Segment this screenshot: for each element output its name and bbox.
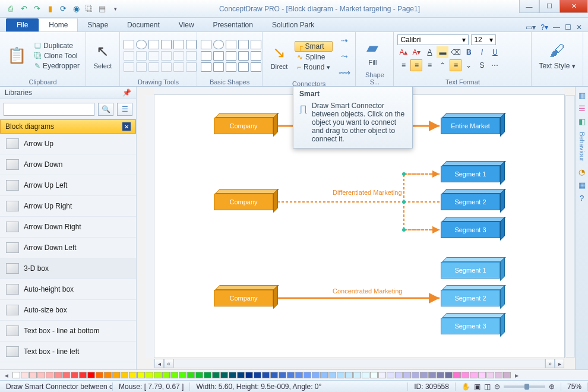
tab-home[interactable]: Home: [39, 18, 78, 31]
tab-solution-park[interactable]: Solution Park: [263, 18, 324, 31]
undo-icon[interactable]: ↶: [19, 4, 29, 14]
color-swatch[interactable]: [71, 372, 78, 378]
color-swatch[interactable]: [104, 372, 112, 378]
color-swatch[interactable]: [245, 372, 253, 378]
close-button[interactable]: ✕: [559, 0, 588, 13]
select-button[interactable]: ↖Select: [90, 41, 116, 71]
eyedropper-button[interactable]: ✎Eyedropper: [32, 61, 82, 71]
refresh-icon[interactable]: ⟳: [58, 4, 68, 14]
segment-2a-box[interactable]: Segment 1: [441, 262, 500, 279]
color-swatch[interactable]: [403, 372, 411, 378]
rb-icon-2[interactable]: ☰: [577, 103, 587, 113]
rb-icon-5[interactable]: ▦: [577, 181, 587, 190]
globe-icon[interactable]: ◉: [71, 4, 81, 14]
more-fmt-button[interactable]: ⋯: [489, 59, 501, 71]
segment-1c-box[interactable]: Segment 3: [441, 222, 500, 238]
lib-item-arrow-up-left[interactable]: Arrow Up Left: [0, 175, 136, 196]
library-search-input[interactable]: [4, 103, 94, 116]
color-swatch[interactable]: [345, 372, 353, 378]
close-category-icon[interactable]: ✕: [122, 122, 131, 131]
pin-icon[interactable]: 📌: [122, 88, 131, 97]
rb-icon-4[interactable]: ◔: [577, 167, 587, 177]
highlight-button[interactable]: ▬: [437, 46, 448, 58]
color-swatch[interactable]: [395, 372, 403, 378]
box-icon[interactable]: ▮: [45, 4, 55, 14]
smart-connector-button[interactable]: ┌Smart: [295, 41, 333, 52]
fit-page-icon[interactable]: ◫: [484, 382, 491, 391]
color-swatch[interactable]: [21, 372, 29, 378]
search-button[interactable]: 🔍: [98, 103, 113, 116]
behaviour-tab[interactable]: Behaviour: [578, 129, 586, 164]
color-swatch[interactable]: [420, 372, 428, 378]
font-size-combo[interactable]: 12▾: [471, 34, 496, 45]
color-swatch[interactable]: [495, 372, 502, 378]
color-swatch[interactable]: [470, 372, 478, 378]
color-swatch[interactable]: [212, 372, 220, 378]
italic-button[interactable]: I: [476, 46, 488, 58]
page-prev-icon[interactable]: «: [164, 359, 173, 368]
color-swatch[interactable]: [362, 372, 369, 378]
color-swatch[interactable]: [312, 372, 320, 378]
tab-presentation[interactable]: Presentation: [204, 18, 263, 31]
connector-opt2-icon[interactable]: ⤳: [337, 49, 352, 64]
minimize-button[interactable]: —: [519, 0, 539, 13]
vertical-scrollbar[interactable]: [565, 95, 575, 358]
rb-help-icon[interactable]: ?: [577, 194, 587, 203]
color-swatch[interactable]: [445, 372, 453, 378]
company-box-3[interactable]: Company: [214, 290, 273, 306]
color-swatch[interactable]: [378, 372, 386, 378]
help-icon[interactable]: ?▾: [540, 23, 548, 31]
drawing-tool-grid[interactable]: [124, 40, 197, 72]
lib-item-3d-box[interactable]: 3-D box: [0, 258, 136, 279]
zoom-out-icon[interactable]: ⊖: [494, 382, 500, 391]
pan-icon[interactable]: ✋: [461, 382, 470, 391]
color-swatch[interactable]: [287, 372, 295, 378]
paste-icon[interactable]: ▤: [97, 4, 107, 14]
redo-icon[interactable]: ↷: [32, 4, 42, 14]
color-swatch[interactable]: [37, 372, 45, 378]
doc-close-icon[interactable]: ✕: [576, 23, 582, 31]
color-swatch[interactable]: [137, 372, 145, 378]
color-swatch[interactable]: [179, 372, 186, 378]
color-swatch[interactable]: [295, 372, 303, 378]
lib-item-auto-height[interactable]: Auto-height box: [0, 279, 136, 300]
connector-opt1-icon[interactable]: ⇢: [337, 33, 352, 48]
color-swatch[interactable]: [328, 372, 336, 378]
color-swatch[interactable]: [187, 372, 195, 378]
color-swatch[interactable]: [62, 372, 70, 378]
color-swatch[interactable]: [195, 372, 203, 378]
doc-minimize-icon[interactable]: —: [553, 23, 560, 31]
direct-connector-button[interactable]: ↘Direct: [266, 42, 292, 71]
align-middle-button[interactable]: ≡: [450, 59, 461, 71]
color-swatch[interactable]: [503, 372, 511, 378]
save-icon[interactable]: ⎙: [6, 4, 15, 14]
doc-restore-icon[interactable]: ☐: [565, 23, 571, 31]
segment-1a-box[interactable]: Segment 1: [441, 166, 500, 182]
color-swatch[interactable]: [87, 372, 95, 378]
font-color-button[interactable]: A: [423, 46, 435, 58]
file-tab[interactable]: File: [6, 18, 39, 31]
color-swatch[interactable]: [337, 372, 344, 378]
color-swatch[interactable]: [229, 372, 236, 378]
spline-connector-button[interactable]: ∿Spline: [295, 52, 333, 62]
palette-left-icon[interactable]: ◂: [5, 371, 12, 380]
text-style-button[interactable]: 🖌Text Style ▾: [535, 40, 578, 71]
color-swatch[interactable]: [370, 372, 378, 378]
status-zoom[interactable]: 75%: [561, 382, 588, 391]
company-box-1[interactable]: Company: [214, 118, 273, 134]
color-swatch[interactable]: [12, 372, 20, 378]
clear-format-button[interactable]: ⌫: [450, 46, 461, 58]
color-swatch[interactable]: [461, 372, 469, 378]
lib-item-textbox-bottom[interactable]: Text box - line at bottom: [0, 321, 136, 342]
lib-item-arrow-down-left[interactable]: Arrow Down Left: [0, 238, 136, 258]
connector-opt3-icon[interactable]: ⟿: [337, 65, 352, 80]
scroll-left-icon[interactable]: ◂: [154, 359, 164, 368]
lib-item-arrow-up[interactable]: Arrow Up: [0, 134, 136, 154]
font-family-combo[interactable]: Calibri▾: [397, 34, 469, 45]
fit-icon[interactable]: ▣: [474, 382, 480, 391]
color-swatch[interactable]: [262, 372, 270, 378]
align-right-button[interactable]: ≡: [423, 59, 435, 71]
color-swatch[interactable]: [146, 372, 153, 378]
segment-2c-box[interactable]: Segment 3: [441, 318, 500, 334]
color-swatch[interactable]: [412, 372, 419, 378]
